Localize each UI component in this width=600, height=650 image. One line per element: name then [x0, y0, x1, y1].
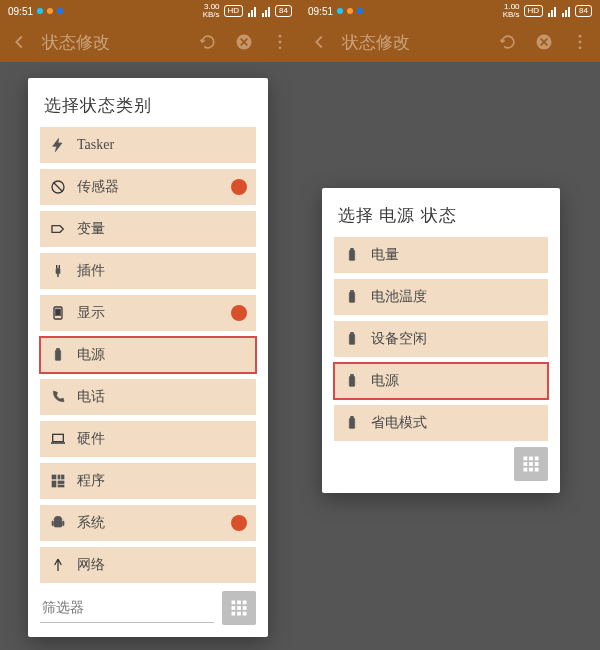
list-item-label: 显示 — [77, 304, 221, 322]
list-item[interactable]: 电池温度 — [334, 279, 548, 315]
notif-dot-icon — [337, 8, 343, 14]
list-item[interactable]: 系统 — [40, 505, 256, 541]
tag-icon — [49, 221, 67, 237]
list-item[interactable]: 硬件 — [40, 421, 256, 457]
statusbar: 09:51 3.00KB/s HD 84 — [0, 0, 300, 22]
notif-dot-icon — [347, 8, 353, 14]
signal-icon — [561, 5, 571, 17]
display-icon — [49, 305, 67, 321]
battery-icon — [343, 331, 361, 347]
network-speed: 3.00KB/s — [203, 3, 220, 19]
list-item-label: 电源 — [371, 372, 539, 390]
cancel-button[interactable] — [530, 28, 558, 56]
appbar: 状态修改 — [300, 22, 600, 62]
grid-view-button[interactable] — [514, 447, 548, 481]
list-item[interactable]: 程序 — [40, 463, 256, 499]
status-time: 09:51 — [308, 6, 333, 17]
phone-icon — [49, 389, 67, 405]
list-item-label: 电话 — [77, 388, 247, 406]
list-item[interactable]: 网络 — [40, 547, 256, 583]
statusbar: 09:51 1.00KB/s HD 84 — [300, 0, 600, 22]
alert-badge-icon — [231, 515, 247, 531]
list-item-label: 设备空闲 — [371, 330, 539, 348]
list-item[interactable]: 变量 — [40, 211, 256, 247]
more-button[interactable] — [266, 28, 294, 56]
list-item[interactable]: 电源 — [334, 363, 548, 399]
android-icon — [49, 515, 67, 531]
battery-icon — [343, 373, 361, 389]
battery-icon — [343, 415, 361, 431]
list-item-label: 程序 — [77, 472, 247, 490]
laptop-icon — [49, 431, 67, 447]
list-item-label: 插件 — [77, 262, 247, 280]
hd-indicator: HD — [224, 5, 244, 17]
battery-icon — [343, 289, 361, 305]
list-item[interactable]: 电量 — [334, 237, 548, 273]
list-item[interactable]: Tasker — [40, 127, 256, 163]
sensor-icon — [49, 179, 67, 195]
page-title: 状态修改 — [42, 31, 186, 54]
list-item-label: 电量 — [371, 246, 539, 264]
notif-dot-icon — [37, 8, 43, 14]
status-time: 09:51 — [8, 6, 33, 17]
back-button[interactable] — [6, 28, 34, 56]
list-item[interactable]: 传感器 — [40, 169, 256, 205]
filter-input[interactable] — [40, 594, 214, 623]
signal-icon — [261, 5, 271, 17]
undo-button[interactable] — [494, 28, 522, 56]
dialog-title: 选择状态类别 — [44, 94, 254, 117]
back-button[interactable] — [306, 28, 334, 56]
list-item-label: 电源 — [77, 346, 247, 364]
page-title: 状态修改 — [342, 31, 486, 54]
list-item[interactable]: 设备空闲 — [334, 321, 548, 357]
bolt-icon — [49, 137, 67, 153]
list-item[interactable]: 电源 — [40, 337, 256, 373]
list-item-label: 省电模式 — [371, 414, 539, 432]
list-item-label: 电池温度 — [371, 288, 539, 306]
notif-dot-icon — [47, 8, 53, 14]
notif-dot-icon — [357, 8, 363, 14]
battery-indicator: 84 — [575, 5, 592, 17]
hd-indicator: HD — [524, 5, 544, 17]
dialog-title: 选择 电源 状态 — [338, 204, 546, 227]
net-icon — [49, 557, 67, 573]
alert-badge-icon — [231, 305, 247, 321]
plug-icon — [49, 263, 67, 279]
category-dialog: 选择状态类别 Tasker传感器变量插件显示电源电话硬件程序系统网络 — [28, 78, 268, 637]
undo-button[interactable] — [194, 28, 222, 56]
more-button[interactable] — [566, 28, 594, 56]
list-item[interactable]: 省电模式 — [334, 405, 548, 441]
cancel-button[interactable] — [230, 28, 258, 56]
appbar: 状态修改 — [0, 22, 300, 62]
list-item-label: 系统 — [77, 514, 221, 532]
list-item[interactable]: 电话 — [40, 379, 256, 415]
list-item[interactable]: 显示 — [40, 295, 256, 331]
battery-indicator: 84 — [275, 5, 292, 17]
network-speed: 1.00KB/s — [503, 3, 520, 19]
list-item-label: Tasker — [77, 137, 247, 153]
signal-icon — [547, 5, 557, 17]
list-item-label: 传感器 — [77, 178, 221, 196]
power-state-dialog: 选择 电源 状态 电量电池温度设备空闲电源省电模式 — [322, 188, 560, 493]
alert-badge-icon — [231, 179, 247, 195]
list-item-label: 变量 — [77, 220, 247, 238]
battery-icon — [343, 247, 361, 263]
apps-icon — [49, 473, 67, 489]
list-item-label: 硬件 — [77, 430, 247, 448]
grid-view-button[interactable] — [222, 591, 256, 625]
list-item[interactable]: 插件 — [40, 253, 256, 289]
notif-dot-icon — [57, 8, 63, 14]
list-item-label: 网络 — [77, 556, 247, 574]
signal-icon — [247, 5, 257, 17]
battery-icon — [49, 347, 67, 363]
